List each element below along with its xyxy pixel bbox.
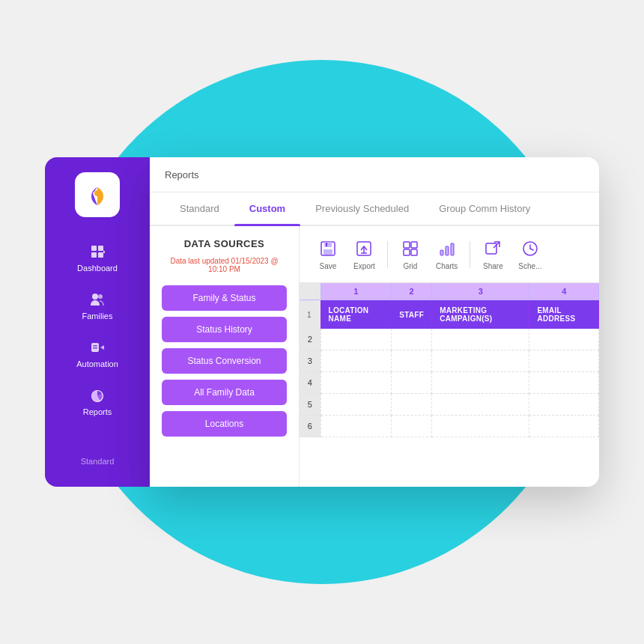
- sidebar-nav: Dashboard Families: [45, 235, 150, 424]
- clock-icon: [520, 238, 541, 259]
- svg-point-7: [92, 294, 98, 300]
- tab-custom[interactable]: Custom: [234, 192, 300, 225]
- main-content: Reports Standard Custom Previously Sched…: [150, 157, 599, 487]
- table-row: 5: [300, 394, 599, 416]
- cell-4-1: [321, 372, 392, 394]
- svg-rect-4: [91, 252, 97, 258]
- table-header: 1 LOCATION NAME STAFF MARKETING CAMPAIGN…: [300, 300, 599, 329]
- cell-4-3: [432, 372, 529, 394]
- svg-rect-27: [451, 243, 454, 255]
- logo-icon: [82, 180, 112, 210]
- cell-3-1: [321, 350, 392, 372]
- charts-label: Charts: [436, 262, 458, 270]
- cell-2-1: [321, 329, 392, 350]
- svg-marker-6: [103, 250, 105, 253]
- cell-6-2: [392, 416, 432, 437]
- upload-icon: [353, 238, 374, 259]
- status-conversion-btn[interactable]: Status Conversion: [162, 348, 287, 374]
- svg-point-1: [94, 190, 100, 196]
- save-button[interactable]: Save: [312, 235, 344, 273]
- families-label: Families: [82, 312, 113, 321]
- svg-rect-17: [326, 243, 327, 246]
- table-row: 4: [300, 372, 599, 394]
- row-num-3: 3: [300, 350, 321, 372]
- svg-rect-10: [93, 345, 97, 347]
- row-num-2: 2: [300, 329, 321, 350]
- cell-5-2: [392, 394, 432, 416]
- toolbar-divider-2: [470, 241, 470, 268]
- svg-rect-26: [446, 246, 449, 255]
- app-wrapper: Dashboard Families: [45, 157, 599, 487]
- export-label: Export: [353, 262, 375, 270]
- corner-cell: [300, 283, 321, 300]
- bar-chart-icon: [437, 238, 458, 259]
- charts-button[interactable]: Charts: [430, 235, 464, 273]
- cell-6-4: [529, 416, 599, 437]
- cell-6-1: [321, 416, 392, 437]
- svg-point-8: [98, 294, 103, 299]
- tab-previously-scheduled[interactable]: Previously Scheduled: [300, 192, 424, 225]
- row-num-6: 6: [300, 416, 321, 437]
- people-icon: [88, 291, 106, 309]
- app-logo: [75, 172, 120, 217]
- save-label: Save: [320, 262, 337, 270]
- svg-rect-11: [93, 347, 97, 349]
- svg-rect-28: [486, 243, 496, 254]
- family-status-btn[interactable]: Family & Status: [162, 285, 287, 311]
- status-history-btn[interactable]: Status History: [162, 317, 287, 342]
- table-row: 2: [300, 329, 599, 350]
- table-row: 3: [300, 350, 599, 372]
- schedule-button[interactable]: Sche...: [512, 235, 547, 273]
- toolbar: Save Export: [300, 226, 599, 283]
- sidebar-item-automation[interactable]: Automation: [45, 331, 150, 376]
- cell-5-4: [529, 394, 599, 416]
- schedule-label: Sche...: [518, 262, 541, 270]
- table-body: 2 3: [300, 329, 599, 437]
- data-table: 1 2 3 4 1 LOCATION NAME STAFF MARKETING …: [300, 283, 599, 437]
- floppy-icon: [318, 238, 338, 259]
- reports-chart-icon: [88, 386, 106, 404]
- automation-label: Automation: [76, 359, 118, 368]
- svg-marker-12: [100, 345, 104, 350]
- grid-panel: Save Export: [300, 226, 599, 487]
- row-num-4: 4: [300, 372, 321, 394]
- svg-rect-2: [91, 246, 97, 251]
- tab-standard[interactable]: Standard: [165, 192, 234, 225]
- data-sources-title: DATA SOURCES: [162, 238, 287, 249]
- grid-button[interactable]: Grid: [394, 235, 427, 273]
- header-marketing-campaigns: MARKETING CAMPAIGN(S): [432, 300, 529, 329]
- content-area: DATA SOURCES Data last updated 01/15/202…: [150, 226, 599, 487]
- data-last-updated: Data last updated 01/15/2023 @ 10:10 PM: [162, 257, 287, 273]
- grid-icon: [88, 243, 106, 261]
- svg-rect-16: [323, 249, 332, 255]
- tabs-bar: Standard Custom Previously Scheduled Gro…: [150, 192, 599, 226]
- tab-group-comm-history[interactable]: Group Comm History: [424, 192, 545, 225]
- sidebar-item-reports[interactable]: Reports: [45, 379, 150, 424]
- breadcrumb-bar: Reports: [150, 157, 599, 192]
- sidebar-item-dashboard[interactable]: Dashboard: [45, 235, 150, 280]
- header-location-name: LOCATION NAME: [321, 300, 392, 329]
- export-button[interactable]: Export: [347, 235, 381, 273]
- cell-2-4: [529, 329, 599, 350]
- reports-label: Reports: [83, 407, 112, 416]
- cell-2-3: [432, 329, 529, 350]
- share-button[interactable]: Share: [476, 235, 509, 273]
- svg-rect-22: [411, 242, 417, 248]
- row-label-header: 1: [300, 300, 321, 329]
- dashboard-label: Dashboard: [77, 264, 118, 273]
- svg-rect-25: [440, 250, 443, 255]
- cell-3-2: [392, 350, 432, 372]
- svg-rect-23: [404, 249, 410, 255]
- cell-3-4: [529, 350, 599, 372]
- col-num-2: 2: [392, 283, 432, 300]
- toolbar-divider-1: [387, 241, 388, 268]
- sidebar-item-families[interactable]: Families: [45, 283, 150, 328]
- automation-icon: [88, 338, 106, 356]
- cell-3-3: [432, 350, 529, 372]
- cell-4-4: [529, 372, 599, 394]
- locations-btn[interactable]: Locations: [162, 411, 287, 437]
- cell-6-3: [432, 416, 529, 437]
- cell-2-2: [392, 329, 432, 350]
- col-numbers-row: 1 2 3 4: [300, 283, 599, 300]
- all-family-data-btn[interactable]: All Family Data: [162, 380, 287, 405]
